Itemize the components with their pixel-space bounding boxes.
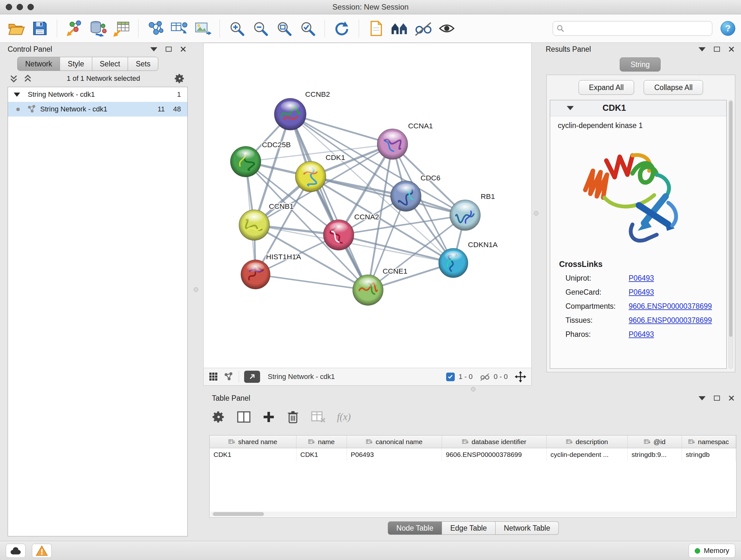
- network-edge[interactable]: [256, 274, 368, 290]
- float-panel-icon[interactable]: [165, 47, 172, 52]
- network-node-cdk1[interactable]: [295, 161, 326, 192]
- tab-sets[interactable]: Sets: [128, 57, 158, 71]
- new-network-button[interactable]: [145, 17, 166, 40]
- close-panel-icon[interactable]: [728, 395, 735, 401]
- network-collection-row[interactable]: String Network - cdk1 1: [8, 87, 187, 102]
- genecard-link[interactable]: P06493: [629, 288, 654, 297]
- collapse-all-button[interactable]: Collapse All: [644, 80, 703, 95]
- window-zoom-button[interactable]: [27, 4, 34, 10]
- column-header-namespace[interactable]: namespac: [682, 435, 736, 448]
- pan-crosshair-icon[interactable]: [515, 371, 526, 382]
- collapse-section-icon[interactable]: [567, 106, 574, 110]
- network-edge[interactable]: [311, 177, 465, 215]
- birdseye-view-icon[interactable]: [223, 372, 233, 382]
- zoom-fit-button[interactable]: [273, 17, 294, 40]
- network-node-rb1[interactable]: [450, 200, 480, 231]
- trash-icon[interactable]: [286, 410, 299, 424]
- column-header-canonical-name[interactable]: canonical name: [347, 435, 442, 448]
- node-label-ccnb2: CCNB2: [305, 90, 330, 98]
- network-node-ccna1[interactable]: [377, 129, 408, 159]
- crosslink-row: GeneCard: P06493: [565, 288, 726, 297]
- pharos-link[interactable]: P06493: [629, 330, 654, 339]
- network-node-cdc25b[interactable]: [230, 146, 261, 177]
- gear-icon[interactable]: [212, 410, 225, 424]
- network-node-cdc6[interactable]: [391, 181, 421, 211]
- network-from-table-button[interactable]: [169, 17, 190, 40]
- export-view-button[interactable]: [244, 371, 260, 383]
- panel-menu-icon[interactable]: [698, 396, 705, 400]
- gear-icon[interactable]: [174, 73, 185, 84]
- splitter-handle[interactable]: [534, 211, 538, 215]
- splitter-handle[interactable]: [194, 287, 198, 292]
- network-node-ccna2[interactable]: [323, 220, 354, 250]
- network-node-cdkn1a[interactable]: [439, 248, 468, 278]
- results-scrollbar[interactable]: [729, 100, 733, 369]
- window-minimize-button[interactable]: [17, 4, 23, 10]
- window-title: Session: New Session: [333, 3, 409, 11]
- import-network-database-button[interactable]: [87, 17, 108, 40]
- window-close-button[interactable]: [6, 4, 12, 10]
- tab-string[interactable]: String: [620, 57, 661, 71]
- network-edge[interactable]: [290, 114, 368, 290]
- import-table-button[interactable]: [111, 17, 132, 40]
- memory-status-icon: [695, 548, 700, 554]
- zoom-selected-button[interactable]: [297, 17, 318, 40]
- uniprot-link[interactable]: P06493: [629, 274, 654, 283]
- close-panel-icon[interactable]: [180, 46, 186, 52]
- show-graphics-button[interactable]: [436, 17, 457, 40]
- network-canvas[interactable]: CCNB2CCNA1CDC25BCDK1CDC6RB1CCNB1CCNA2CDK…: [204, 43, 531, 368]
- float-panel-icon[interactable]: [714, 395, 720, 401]
- protein-card-header[interactable]: CDK1: [550, 100, 726, 116]
- panel-menu-icon[interactable]: [698, 47, 705, 51]
- network-node-hist1h1a[interactable]: [241, 260, 270, 289]
- table-tabs: Node Table Edge Table Network Table: [388, 521, 559, 535]
- table-horizontal-scrollbar[interactable]: [210, 511, 736, 516]
- grid-view-icon[interactable]: [209, 372, 218, 381]
- tab-node-table[interactable]: Node Table: [388, 521, 442, 535]
- selected-checkbox[interactable]: [446, 373, 455, 381]
- column-header-name[interactable]: name: [296, 435, 347, 448]
- tree-expander-icon[interactable]: [14, 92, 20, 97]
- export-image-button[interactable]: [192, 17, 213, 40]
- column-header-database-identifier[interactable]: database identifier: [442, 435, 547, 448]
- warnings-button[interactable]: [32, 544, 52, 558]
- zoom-out-button[interactable]: [250, 17, 271, 40]
- panel-menu-icon[interactable]: [150, 47, 157, 51]
- document-button[interactable]: [365, 17, 387, 40]
- hide-graphics-button[interactable]: [413, 17, 434, 40]
- tab-select[interactable]: Select: [92, 57, 128, 71]
- search-input[interactable]: [553, 21, 712, 36]
- expand-all-icon[interactable]: [23, 74, 32, 83]
- cloud-status-button[interactable]: [6, 544, 25, 558]
- collapse-all-icon[interactable]: [9, 74, 18, 83]
- tab-style[interactable]: Style: [60, 57, 92, 71]
- tab-edge-table[interactable]: Edge Table: [442, 521, 495, 535]
- tab-network-table[interactable]: Network Table: [495, 521, 559, 535]
- column-header-id[interactable]: @id: [628, 435, 682, 448]
- columns-icon[interactable]: [237, 411, 251, 423]
- zoom-in-button[interactable]: [226, 17, 247, 40]
- network-node-ccnb2[interactable]: [274, 98, 307, 130]
- network-node-ccnb1[interactable]: [239, 210, 270, 240]
- open-session-button[interactable]: [6, 17, 27, 40]
- column-header-shared-name[interactable]: shared name: [210, 435, 296, 448]
- save-session-button[interactable]: [29, 17, 51, 40]
- search-icon: [556, 24, 564, 32]
- network-node-ccne1[interactable]: [353, 275, 383, 306]
- splitter-handle[interactable]: [471, 387, 475, 391]
- expand-all-button[interactable]: Expand All: [579, 80, 634, 95]
- help-button[interactable]: ?: [721, 21, 735, 36]
- float-panel-icon[interactable]: [714, 47, 720, 52]
- import-network-file-button[interactable]: [64, 17, 84, 40]
- compartments-link[interactable]: 9606.ENSP00000378699: [629, 302, 712, 311]
- memory-button[interactable]: Memory: [689, 544, 735, 558]
- tissues-link[interactable]: 9606.ENSP00000378699: [629, 316, 712, 325]
- column-header-description[interactable]: description: [547, 435, 628, 448]
- home-button[interactable]: [389, 17, 410, 40]
- apply-layout-button[interactable]: [331, 17, 352, 40]
- tab-network[interactable]: Network: [17, 57, 60, 71]
- close-panel-icon[interactable]: [728, 46, 735, 52]
- add-column-icon[interactable]: [262, 411, 275, 423]
- table-row[interactable]: CDK1 CDK1 P06493 9606.ENSP00000378699 cy…: [210, 448, 736, 461]
- network-row-selected[interactable]: String Network - cdk1 11 48: [8, 102, 187, 117]
